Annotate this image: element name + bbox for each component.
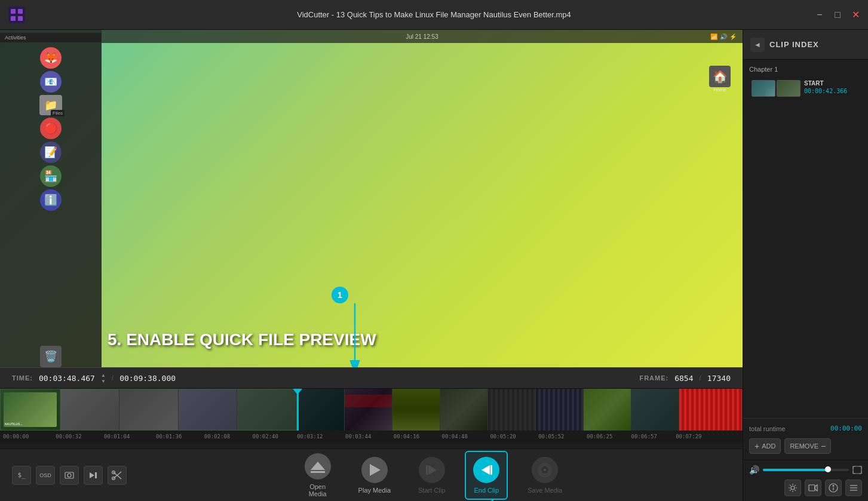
taskbar-icon-info: ℹ️ [40, 189, 62, 211]
window-title: VidCutter - 13 Quick Tips to Make Linux … [297, 10, 571, 19]
screenshot-button[interactable] [60, 466, 79, 485]
timeline-segment-rest[interactable] [297, 389, 743, 431]
thumb-r2 [392, 389, 440, 431]
save-media-label: Save Media [527, 487, 562, 494]
thumb-r7 [631, 389, 679, 431]
close-button[interactable]: ✕ [849, 8, 862, 21]
svg-rect-0 [8, 7, 25, 23]
thumb-r4 [488, 389, 536, 431]
skip-frame-button[interactable] [84, 466, 103, 485]
svg-point-8 [68, 474, 71, 477]
plus-icon: + [754, 441, 759, 451]
info-button[interactable] [825, 480, 842, 496]
terminal-button[interactable]: $_ [12, 466, 31, 485]
taskbar-icon-sound: 🔴 [40, 118, 62, 139]
clip-start-label: START [804, 80, 847, 87]
main-media-controls: OpenMedia Play Media [136, 448, 731, 502]
time-label-10: 00:05:20 [490, 434, 516, 439]
runtime-value: 00:00:00 [830, 425, 862, 432]
thumb-0: NAUTILUS... [1, 389, 60, 430]
svg-rect-2 [18, 9, 23, 14]
fullscreen-icon[interactable] [852, 466, 862, 474]
svg-rect-4 [18, 16, 23, 21]
save-media-button[interactable]: Save Media [520, 451, 570, 499]
svg-rect-3 [11, 16, 16, 21]
clip-index-bottom: 🔊 [743, 460, 868, 501]
volume-handle[interactable] [825, 466, 831, 472]
settings-icon [788, 483, 798, 493]
window-controls: − □ ✕ [813, 8, 862, 21]
current-frame: 6854 [674, 374, 693, 383]
volume-slider[interactable] [763, 469, 849, 471]
cut-button[interactable] [108, 466, 127, 485]
annotation-bubble-1: 1 [332, 287, 348, 303]
timeline-segment-selected[interactable]: NAUTILUS... [0, 389, 297, 431]
thumb-r3 [440, 389, 488, 431]
desktop-icons: 🏠 Home [709, 66, 731, 93]
taskbar-icon-email: 📧 [40, 71, 62, 93]
play-icon-svg [366, 462, 383, 478]
titlebar: VidCutter - 13 Quick Tips to Make Linux … [0, 0, 868, 30]
frame-separator: / [700, 374, 701, 382]
eject-icon [305, 453, 331, 480]
annotation-arrow-2 [470, 497, 503, 502]
clip-item-1[interactable]: START 00:00:42.366 [749, 78, 862, 99]
open-media-button[interactable]: OpenMedia [297, 448, 339, 502]
taskbar-header: Activities [0, 33, 102, 42]
info-icon [829, 483, 838, 493]
svg-rect-10 [95, 472, 97, 478]
svg-rect-16 [311, 471, 325, 473]
app-logo-icon [8, 7, 25, 23]
time-label-7: 00:03:44 [345, 434, 371, 439]
clip-index-back-button[interactable]: ◄ [750, 38, 765, 52]
taskbar-icon-store: 🏪 [40, 165, 62, 187]
svg-point-28 [791, 486, 795, 490]
video-frame: Activities 🦊 📧 📁 Files 🔴 📝 🏪 ℹ️ 🗑️ [0, 30, 743, 367]
timeline-track[interactable]: NAUTILUS... [0, 389, 743, 431]
start-clip-icon [419, 457, 445, 483]
play-media-label: Play Media [358, 487, 391, 494]
bottom-icons-row [749, 480, 862, 496]
taskbar-icon-files: 📁 Files [39, 95, 62, 115]
volume-fill [763, 469, 827, 471]
video-settings-button[interactable] [805, 480, 821, 496]
remove-clip-button[interactable]: REMOVE − [784, 438, 831, 454]
video-subtitle: 5. ENABLE QUICK FILE PREVIEW [108, 330, 743, 349]
start-clip-button[interactable]: Start Clip [410, 451, 453, 499]
clip-index-footer: total runtime 00:00:00 + ADD REMOVE − [743, 418, 868, 460]
playhead-line [297, 389, 299, 431]
svg-marker-9 [90, 472, 94, 478]
home-icon-desktop: 🏠 Home [709, 66, 731, 93]
desktop-content: Jul 21 12:53 📶🔊⚡ 🏠 Home [102, 30, 743, 367]
end-clip-icon-svg [478, 462, 495, 478]
time-stepper[interactable]: ▲ ▼ [101, 373, 106, 384]
svg-rect-1 [11, 9, 16, 14]
main-layout: Activities 🦊 📧 📁 Files 🔴 📝 🏪 ℹ️ 🗑️ [0, 30, 868, 501]
timeline-thumbnails[interactable]: NAUTILUS... [0, 389, 743, 431]
thumb-r1 [345, 389, 392, 431]
maximize-button[interactable]: □ [831, 8, 844, 21]
svg-marker-15 [311, 462, 325, 470]
thumb-r6 [584, 389, 631, 431]
screenshot-icon [65, 471, 74, 480]
minimize-button[interactable]: − [813, 8, 826, 21]
play-media-button[interactable]: Play Media [351, 451, 398, 499]
start-clip-label: Start Clip [418, 487, 445, 494]
total-frames: 17340 [707, 374, 731, 383]
end-clip-button[interactable]: End Clip [465, 451, 508, 500]
timeline-section[interactable]: NAUTILUS... [0, 389, 743, 448]
settings-button[interactable] [784, 480, 801, 496]
svg-rect-27 [853, 466, 861, 474]
osd-button[interactable]: OSD [36, 466, 55, 485]
clip-end-thumb [777, 80, 800, 97]
timeline-labels: 00:00:00 00:00:32 00:01:04 00:01:36 00:0… [0, 431, 743, 442]
save-icon-svg [536, 462, 553, 478]
list-button[interactable] [845, 480, 862, 496]
controls-bar: $_ OSD [0, 448, 743, 501]
clip-index-content: Chapter 1 START 00:00:42.366 [743, 60, 868, 418]
desktop-topbar: Jul 21 12:53 📶🔊⚡ [102, 30, 743, 43]
add-clip-button[interactable]: + ADD [749, 438, 781, 454]
time-label-13: 00:06:57 [631, 434, 657, 439]
time-label-14: 00:07:29 [676, 434, 701, 439]
clip-start-thumb [752, 80, 775, 97]
